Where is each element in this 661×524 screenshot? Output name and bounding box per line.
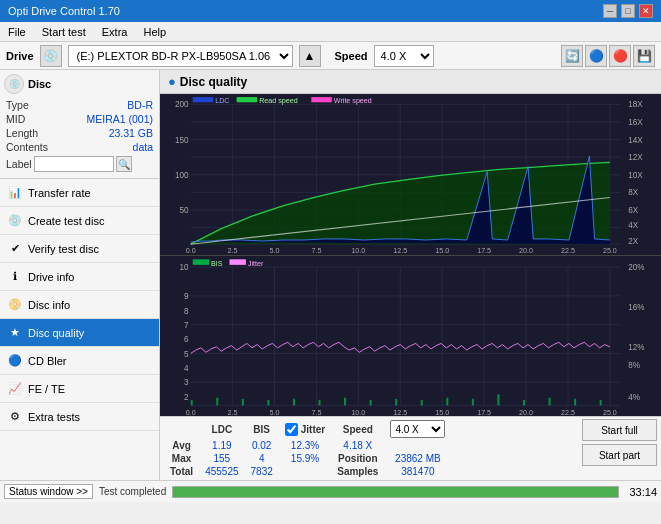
svg-text:10X: 10X bbox=[628, 171, 643, 180]
toolbar-icons: 🔄 🔵 🔴 💾 bbox=[561, 45, 655, 67]
sidebar-item-verify-test-disc[interactable]: ✔ Verify test disc bbox=[0, 235, 159, 263]
avg-speed: 4.18 X bbox=[331, 439, 384, 452]
svg-text:10: 10 bbox=[180, 262, 189, 272]
jitter-check-cell: Jitter bbox=[279, 419, 331, 439]
svg-text:2X: 2X bbox=[628, 237, 639, 246]
status-window-button[interactable]: Status window >> bbox=[4, 484, 93, 499]
drive-refresh-icon[interactable]: ▲ bbox=[299, 45, 321, 67]
disc-quality-header: ● Disc quality bbox=[160, 70, 661, 94]
start-part-button[interactable]: Start part bbox=[582, 444, 657, 466]
samples-label: Samples bbox=[331, 465, 384, 478]
svg-rect-100 bbox=[216, 397, 218, 405]
svg-text:Read speed: Read speed bbox=[259, 96, 298, 105]
drive-label: Drive bbox=[6, 50, 34, 62]
sidebar: 💿 Disc Type BD-R MID MEIRA1 (001) Length… bbox=[0, 70, 160, 480]
svg-text:25.0: 25.0 bbox=[603, 246, 617, 254]
position-value: 23862 MB bbox=[384, 452, 451, 465]
disc-length-row: Length 23.31 GB bbox=[4, 126, 155, 140]
toolbar-icon-1[interactable]: 🔄 bbox=[561, 45, 583, 67]
sidebar-item-transfer-rate[interactable]: 📊 Transfer rate bbox=[0, 179, 159, 207]
svg-text:9: 9 bbox=[184, 290, 189, 300]
disc-length-label: Length bbox=[6, 127, 38, 139]
jitter-label: Jitter bbox=[301, 424, 325, 435]
sidebar-item-cd-bler[interactable]: 🔵 CD Bler bbox=[0, 347, 159, 375]
create-disc-icon: 💿 bbox=[8, 214, 22, 228]
titlebar-controls: ─ □ ✕ bbox=[603, 4, 653, 18]
svg-text:2: 2 bbox=[184, 391, 189, 401]
menu-extra[interactable]: Extra bbox=[98, 25, 132, 39]
toolbar-icon-4[interactable]: 💾 bbox=[633, 45, 655, 67]
svg-rect-95 bbox=[193, 259, 209, 265]
svg-rect-53 bbox=[160, 256, 661, 417]
svg-text:12X: 12X bbox=[628, 153, 643, 162]
svg-rect-103 bbox=[293, 398, 295, 405]
speed-select-stats[interactable]: 4.0 X bbox=[390, 420, 445, 438]
svg-rect-102 bbox=[267, 399, 269, 405]
drive-select[interactable]: (E:) PLEXTOR BD-R PX-LB950SA 1.06 bbox=[68, 45, 293, 67]
svg-rect-113 bbox=[549, 397, 551, 405]
stats-table: LDC BIS Jitter Speed 4.0 X bbox=[164, 419, 451, 478]
sidebar-item-fe-te[interactable]: 📈 FE / TE bbox=[0, 375, 159, 403]
sidebar-item-drive-info[interactable]: ℹ Drive info bbox=[0, 263, 159, 291]
disc-section-title: Disc bbox=[28, 78, 51, 90]
main-area: 💿 Disc Type BD-R MID MEIRA1 (001) Length… bbox=[0, 70, 661, 480]
charts-area: 200 150 100 50 18X 16X 14X 12X 10X 8X 6X… bbox=[160, 94, 661, 416]
drive-eject-icon[interactable]: 💿 bbox=[40, 45, 62, 67]
svg-text:17.5: 17.5 bbox=[477, 246, 491, 254]
svg-text:6X: 6X bbox=[628, 206, 639, 215]
sidebar-item-create-test-disc[interactable]: 💿 Create test disc bbox=[0, 207, 159, 235]
menu-help[interactable]: Help bbox=[139, 25, 170, 39]
disc-label-text: Label bbox=[6, 158, 32, 170]
disc-label-search-btn[interactable]: 🔍 bbox=[116, 156, 132, 172]
chart1: 200 150 100 50 18X 16X 14X 12X 10X 8X 6X… bbox=[160, 94, 661, 256]
sidebar-menu: 📊 Transfer rate 💿 Create test disc ✔ Ver… bbox=[0, 179, 159, 480]
avg-bis: 0.02 bbox=[245, 439, 279, 452]
progress-bar-fill bbox=[173, 487, 618, 497]
svg-rect-115 bbox=[600, 399, 602, 405]
total-label: Total bbox=[164, 465, 199, 478]
toolbar-icon-2[interactable]: 🔵 bbox=[585, 45, 607, 67]
disc-label-row: Label 🔍 bbox=[4, 154, 155, 174]
speed-label: Speed bbox=[335, 50, 368, 62]
menu-file[interactable]: File bbox=[4, 25, 30, 39]
speed-select[interactable]: 4.0 X 2.0 X 1.0 X bbox=[374, 45, 434, 67]
menu-start-test[interactable]: Start test bbox=[38, 25, 90, 39]
svg-text:0.0: 0.0 bbox=[186, 246, 196, 254]
start-full-button[interactable]: Start full bbox=[582, 419, 657, 441]
svg-text:8: 8 bbox=[184, 305, 189, 315]
svg-text:22.5: 22.5 bbox=[561, 246, 575, 254]
svg-rect-104 bbox=[318, 399, 320, 405]
svg-text:8%: 8% bbox=[628, 359, 640, 369]
svg-text:Write speed: Write speed bbox=[334, 96, 372, 105]
drive-info-icon: ℹ bbox=[8, 270, 22, 284]
disc-label-input[interactable] bbox=[34, 156, 114, 172]
svg-text:50: 50 bbox=[180, 206, 190, 215]
svg-text:25.0: 25.0 bbox=[603, 408, 617, 416]
svg-text:22.5: 22.5 bbox=[561, 408, 575, 416]
close-button[interactable]: ✕ bbox=[639, 4, 653, 18]
disc-quality-title: Disc quality bbox=[180, 75, 247, 89]
disc-contents-value: data bbox=[133, 141, 153, 153]
sidebar-item-disc-quality[interactable]: ★ Disc quality bbox=[0, 319, 159, 347]
jitter-checkbox[interactable] bbox=[285, 423, 298, 436]
disc-contents-row: Contents data bbox=[4, 140, 155, 154]
svg-text:16%: 16% bbox=[628, 301, 645, 311]
max-bis: 4 bbox=[245, 452, 279, 465]
maximize-button[interactable]: □ bbox=[621, 4, 635, 18]
disc-icon: 💿 bbox=[4, 74, 24, 94]
svg-text:0.0: 0.0 bbox=[186, 408, 196, 416]
svg-text:14X: 14X bbox=[628, 136, 643, 145]
minimize-button[interactable]: ─ bbox=[603, 4, 617, 18]
col-bis: BIS bbox=[245, 419, 279, 439]
svg-rect-106 bbox=[370, 399, 372, 405]
disc-info-icon: 📀 bbox=[8, 298, 22, 312]
svg-rect-112 bbox=[523, 399, 525, 405]
titlebar: Opti Drive Control 1.70 ─ □ ✕ bbox=[0, 0, 661, 22]
disc-length-value: 23.31 GB bbox=[109, 127, 153, 139]
toolbar-icon-3[interactable]: 🔴 bbox=[609, 45, 631, 67]
sidebar-item-extra-tests[interactable]: ⚙ Extra tests bbox=[0, 403, 159, 431]
svg-rect-108 bbox=[421, 399, 423, 405]
svg-text:5: 5 bbox=[184, 348, 189, 358]
svg-text:18X: 18X bbox=[628, 100, 643, 109]
sidebar-item-disc-info[interactable]: 📀 Disc info bbox=[0, 291, 159, 319]
